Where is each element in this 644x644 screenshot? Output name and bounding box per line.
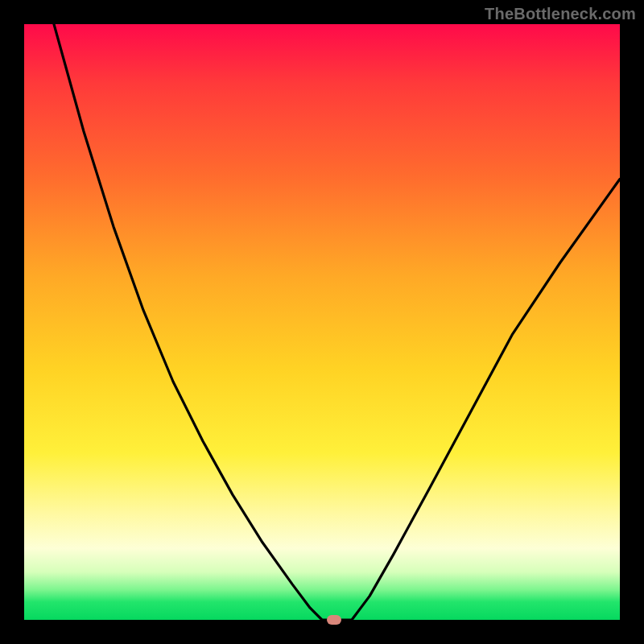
chart-frame: TheBottleneck.com [0, 0, 644, 644]
bottleneck-curve [24, 24, 620, 620]
curve-path [24, 24, 620, 620]
optimum-marker [327, 615, 341, 625]
plot-area [24, 24, 620, 620]
watermark-text: TheBottleneck.com [485, 5, 636, 23]
